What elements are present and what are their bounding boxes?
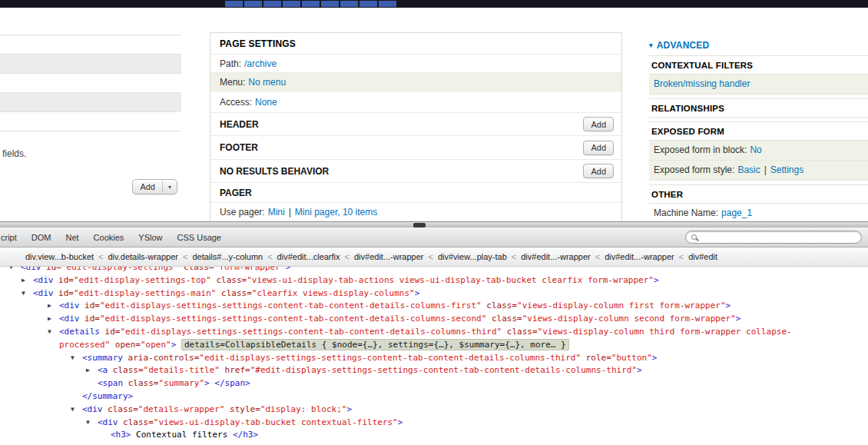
code-an: id=: [54, 275, 75, 285]
add-dropbutton-label[interactable]: Add: [133, 182, 162, 191]
code-tg: >: [637, 365, 642, 375]
toolbar-tile: [244, 1, 262, 7]
html-tree-line[interactable]: </summary>: [0, 390, 868, 403]
caret-down-icon: ▾: [649, 42, 653, 49]
toolbar-tile: [263, 1, 281, 7]
code-an: style=: [224, 404, 260, 414]
html-tree: ▼<div id="edit-display-settings" class="…: [0, 261, 868, 445]
menu-link[interactable]: No menu: [248, 77, 286, 88]
twisty-closed-icon[interactable]: ▶: [22, 274, 33, 287]
html-tree-line[interactable]: ▼<div id="edit-display-settings-main" cl…: [0, 287, 868, 301]
html-tree-line[interactable]: ▶<div id="edit-display-settings-top" cla…: [0, 274, 868, 287]
advanced-toggle[interactable]: ▾ADVANCED: [649, 35, 868, 55]
add-header-button[interactable]: Add: [583, 117, 614, 131]
code-av: "edit-display-settings-main": [74, 288, 216, 298]
dom-breadcrumb-item[interactable]: div#edit...-wrapper: [521, 252, 591, 261]
panel-resize-strip[interactable]: [0, 221, 868, 227]
chevron-down-icon[interactable]: ▾: [163, 184, 177, 191]
code-tg: <div: [59, 301, 80, 311]
html-tree-line[interactable]: <span class="summary"> </span>: [0, 377, 868, 390]
firebug-tab-css-usage[interactable]: CSS Usage: [177, 233, 221, 242]
crumb-separator: <: [423, 252, 437, 261]
search-box[interactable]: [685, 231, 862, 244]
html-tree-line[interactable]: ▶<div id="edit-displays-settings-setting…: [0, 300, 868, 313]
twisty-closed-icon[interactable]: ▶: [86, 364, 98, 377]
code-an: class=: [482, 301, 517, 311]
dom-breadcrumb-item[interactable]: div#edit...-wrapper: [354, 252, 424, 261]
dom-breadcrumb-item[interactable]: div#edit: [688, 252, 717, 261]
code-chip: details=CollapsibleDetails { $node={…}, …: [181, 339, 569, 350]
no-results-section-title: NO RESULTS BEHAVIOR: [220, 166, 329, 177]
twisty-open-icon[interactable]: ▼: [71, 403, 82, 417]
page-settings-card: PAGE SETTINGS Path:/archive Menu:No menu…: [210, 32, 622, 221]
exposed-style-separator: |: [760, 164, 770, 175]
html-tree-line[interactable]: ▼<div class="details-wrapper" style="dis…: [0, 403, 868, 417]
dom-breadcrumb-item[interactable]: details#...y-column: [192, 252, 263, 261]
code-tg: <h3>: [111, 430, 131, 440]
no-results-section-row: NO RESULTS BEHAVIOR Add: [210, 160, 621, 183]
firebug-tab-dom[interactable]: DOM: [31, 233, 51, 242]
exposed-style-link[interactable]: Basic: [737, 164, 760, 175]
firebug-tab-net[interactable]: Net: [65, 233, 78, 242]
path-link[interactable]: /archive: [244, 58, 277, 69]
contextual-filters-bucket: CONTEXTUAL FILTERS Broken/missing handle…: [649, 55, 868, 95]
toolbar-tile: [302, 1, 320, 7]
html-tree-line[interactable]: <h3> Contextual filters </h3>: [0, 429, 868, 442]
dom-breadcrumb-item[interactable]: div#edit...clearfix: [277, 252, 340, 261]
broken-handler-link[interactable]: Broken/missing handler: [654, 78, 750, 89]
dom-breadcrumb-item[interactable]: div#view...play-tab: [438, 252, 507, 261]
toolbar-tile: [225, 1, 243, 7]
field-list-row: [0, 35, 181, 55]
exposed-style-settings-link[interactable]: Settings: [770, 164, 803, 175]
code-an: class=: [486, 314, 522, 324]
search-icon: [691, 234, 697, 240]
firebug-tab-cookies[interactable]: Cookies: [94, 233, 124, 242]
exposed-style-row: Exposed form style:Basic|Settings: [649, 161, 868, 181]
field-list-row: [0, 112, 181, 131]
pager-type-link[interactable]: Mini: [268, 207, 285, 218]
exposed-form-bucket: EXPOSED FORM Exposed form in block:No Ex…: [649, 121, 868, 181]
html-tree-line[interactable]: ▶<a class="details-title" href="#edit-di…: [0, 364, 868, 377]
twisty-closed-icon[interactable]: ▶: [48, 300, 59, 313]
access-link[interactable]: None: [255, 97, 277, 108]
code-av: "views-ui-display-tab-actions views-ui-d…: [247, 275, 654, 285]
code-an: open=: [110, 340, 141, 350]
add-footer-button[interactable]: Add: [583, 141, 614, 155]
search-input[interactable]: [701, 232, 861, 242]
html-tree-line[interactable]: ▶<div id="edit-displays-settings-setting…: [0, 313, 868, 326]
twisty-open-icon[interactable]: ▼: [48, 326, 59, 339]
firebug-tab-cript[interactable]: cript: [1, 233, 17, 242]
code-tg: <div: [33, 288, 54, 298]
pager-title: PAGER: [210, 183, 621, 203]
left-field-list: [0, 35, 181, 131]
code-an: class=: [108, 365, 143, 375]
dom-breadcrumb-item[interactable]: div.details-wrapper: [108, 252, 179, 261]
twisty-open-icon[interactable]: ▼: [71, 352, 82, 365]
pager-settings-link[interactable]: Mini pager, 10 items: [295, 207, 377, 218]
add-no-results-button[interactable]: Add: [583, 164, 614, 178]
dom-breadcrumb-item[interactable]: div#edit...-wrapper: [605, 252, 674, 261]
field-list-row: [0, 55, 181, 74]
twisty-open-icon[interactable]: ▼: [86, 417, 98, 430]
firebug-tab-yslow[interactable]: YSlow: [138, 233, 162, 242]
machine-name-link[interactable]: page_1: [721, 208, 752, 218]
toolbar-tile: [340, 1, 358, 7]
add-dropbutton[interactable]: Add ▾: [132, 179, 177, 194]
html-tree-line[interactable]: ▼<details id="edit-displays-settings-set…: [0, 326, 868, 339]
code-tg: >: [398, 417, 403, 427]
code-tg: <div: [59, 314, 80, 324]
advanced-panel: ▾ADVANCED CONTEXTUAL FILTERS Broken/miss…: [649, 35, 868, 227]
crumb-separator: <: [178, 252, 192, 261]
twisty-open-icon[interactable]: ▼: [22, 287, 33, 301]
code-av: "edit-displays-settings-settings-content…: [100, 301, 482, 311]
exposed-in-block-link[interactable]: No: [750, 144, 761, 155]
html-tree-line[interactable]: processed" open="open"> details=Collapsi…: [0, 339, 868, 352]
firebug-toolbar: criptDOMNetCookiesYSlowCSS Usage: [0, 227, 868, 247]
html-tree-line[interactable]: ▼<summary aria-controls="edit-displays-s…: [0, 352, 868, 365]
twisty-closed-icon[interactable]: ▶: [48, 313, 59, 326]
code-an: role=: [581, 353, 611, 363]
html-tree-line[interactable]: ▼<div class="views-ui-display-tab-bucket…: [0, 417, 868, 430]
relationships-bucket: RELATIONSHIPS: [649, 98, 868, 118]
footer-section-row: FOOTER Add: [210, 136, 621, 160]
dom-breadcrumb-item[interactable]: div.view...b-bucket: [25, 252, 94, 261]
